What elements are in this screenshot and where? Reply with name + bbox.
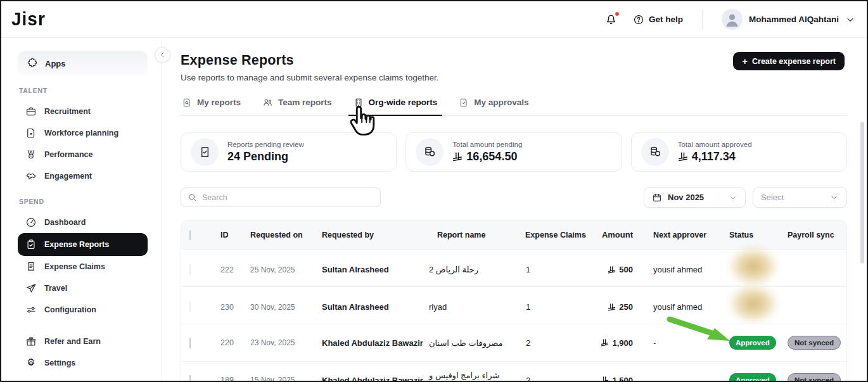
blurred-status	[728, 246, 779, 290]
payroll-sync-badge: Not synced	[788, 336, 841, 350]
scrollbar-thumb[interactable]	[860, 122, 864, 264]
sidebar-item-settings[interactable]: Settings	[18, 352, 148, 374]
document-icon	[25, 127, 37, 139]
sidebar-item-engagement[interactable]: Engagement	[18, 165, 148, 187]
sar-currency-icon	[608, 266, 616, 274]
sidebar-item-label: Apps	[45, 59, 66, 68]
cell-report-name: رحلة الرياض 2	[429, 265, 517, 274]
sidebar-item-label: Dashboard	[44, 218, 86, 227]
cell-next-approver: -	[645, 338, 721, 348]
sar-currency-icon	[608, 303, 616, 311]
row-checkbox[interactable]	[189, 375, 191, 382]
sidebar-collapse-button[interactable]	[155, 47, 170, 63]
plus-icon: +	[742, 56, 748, 66]
cell-amount: 250	[596, 302, 645, 312]
topbar-right: Get help Mohammed AlQahtani	[604, 9, 855, 30]
sidebar-item-dashboard[interactable]: Dashboard	[18, 212, 148, 233]
notification-dot	[615, 11, 620, 16]
cell-payroll-sync: Not synced	[779, 373, 846, 382]
month-filter-dropdown[interactable]: Nov 2025	[644, 187, 746, 208]
search-input[interactable]	[202, 193, 374, 202]
sidebar-item-expense-reports[interactable]: Expense Reports	[18, 233, 148, 256]
cell-amount: 1,900	[596, 338, 645, 348]
sidebar-item-travel[interactable]: Travel	[18, 277, 148, 299]
status-filter-dropdown[interactable]: Select	[753, 187, 847, 208]
receipt-check-icon	[191, 138, 219, 166]
col-requested-by: Requested by	[314, 231, 429, 239]
stat-total-pending: Total amount pending 16,654.50	[405, 132, 622, 172]
sidebar-item-apps[interactable]: Apps	[18, 51, 148, 76]
stat-reports-pending: Reports pending review 24 Pending	[181, 132, 397, 172]
table-row[interactable]: 222 25 Nov, 2025 Sultan Alrasheed رحلة ا…	[181, 249, 846, 286]
sidebar-item-label: Performance	[44, 150, 93, 159]
select-all-checkbox[interactable]	[189, 230, 191, 240]
cell-expense-claims: 2	[517, 376, 596, 382]
stat-label: Total amount approved	[678, 141, 752, 148]
sidebar-item-workforce-planning[interactable]: Workforce planning	[18, 122, 148, 144]
tab-my-reports[interactable]: My reports	[181, 93, 242, 115]
medal-icon	[25, 149, 37, 160]
tab-label: Org-wide reports	[369, 98, 438, 107]
notifications-button[interactable]	[604, 13, 618, 26]
get-help-button[interactable]: Get help	[633, 14, 683, 25]
clipboard-check-icon	[25, 239, 37, 250]
col-report-name: Report name	[429, 231, 517, 239]
cell-report-name: شراء برامج اوفيس و طابعة	[429, 371, 517, 382]
col-expense-claims: Expense Claims	[517, 231, 596, 239]
sidebar-item-label: Engagement	[44, 172, 92, 181]
coins-icon	[641, 138, 669, 166]
cell-expense-claims: 1	[517, 265, 596, 274]
cell-requested-by: Sultan Alrasheed	[314, 265, 429, 274]
sidebar-item-performance[interactable]: Performance	[18, 144, 148, 165]
help-icon	[633, 14, 644, 25]
cell-requested-by: Khaled Abdulaziz Bawazir	[314, 338, 429, 348]
row-checkbox[interactable]	[189, 264, 191, 275]
col-next-approver: Next approver	[645, 231, 721, 239]
row-checkbox[interactable]	[189, 302, 191, 312]
sidebar-item-configuration[interactable]: Configuration	[18, 299, 148, 321]
tab-team-reports[interactable]: Team reports	[261, 93, 333, 115]
cell-status: Approved	[721, 336, 779, 350]
tab-my-approvals[interactable]: My approvals	[457, 93, 530, 115]
row-checkbox[interactable]	[189, 338, 191, 348]
topbar-divider	[702, 10, 703, 29]
stat-total-approved: Total amount approved 4,117.34	[631, 132, 847, 172]
sidebar-item-label: Expense Reports	[44, 240, 109, 249]
sar-currency-icon	[678, 152, 688, 162]
cell-amount: 1,500	[596, 376, 645, 382]
sidebar-item-recruitment[interactable]: Recruitment	[18, 101, 148, 122]
tab-label: Team reports	[278, 98, 332, 107]
col-requested-on: Requested on	[242, 231, 314, 239]
table-row[interactable]: 189 15 Nov, 2025 Khaled Abdulaziz Bawazi…	[181, 361, 846, 382]
page-title: Expense Reports	[181, 53, 438, 68]
sidebar-item-expense-claims[interactable]: Expense Claims	[18, 256, 148, 277]
create-button-label: Create expense report	[752, 57, 836, 66]
chevron-down-icon	[829, 193, 839, 202]
create-expense-report-button[interactable]: + Create expense report	[733, 52, 845, 70]
col-status: Status	[721, 231, 779, 239]
col-amount: Amount	[596, 230, 645, 239]
brand-logo: Jisr	[11, 9, 46, 30]
cell-requested-on: 15 Nov, 2025	[242, 376, 314, 382]
cell-id: 220	[212, 338, 242, 347]
sidebar-item-label: Recruitment	[44, 107, 91, 116]
user-menu[interactable]: Mohammed AlQahtani	[722, 9, 855, 30]
sidebar-item-label: Settings	[44, 359, 75, 367]
cell-payroll-sync: Not synced	[779, 336, 846, 350]
cell-next-approver: yousif ahmed	[645, 302, 721, 312]
sidebar-item-label: Workforce planning	[44, 129, 118, 137]
page-subtitle: Use reports to manage and submit several…	[181, 73, 438, 82]
status-badge: Approved	[729, 336, 776, 350]
handshake-icon	[25, 170, 37, 182]
reports-table: ID Requested on Requested by Report name…	[181, 220, 847, 382]
sidebar-item-label: Refer and Earn	[44, 337, 101, 346]
cell-status	[721, 287, 779, 327]
status-badge: Approved	[729, 373, 776, 382]
cell-status: Approved	[721, 373, 779, 382]
cell-requested-on: 23 Nov, 2025	[242, 338, 314, 347]
team-icon	[262, 97, 273, 108]
table-row[interactable]: 230 30 Nov, 2025 Sultan Alrasheed riyad …	[181, 286, 846, 324]
table-row[interactable]: 220 23 Nov, 2025 Khaled Abdulaziz Bawazi…	[181, 324, 846, 361]
sidebar-item-refer-and-earn[interactable]: Refer and Earn	[18, 331, 148, 352]
tab-org-wide-reports[interactable]: Org-wide reports	[352, 93, 439, 115]
